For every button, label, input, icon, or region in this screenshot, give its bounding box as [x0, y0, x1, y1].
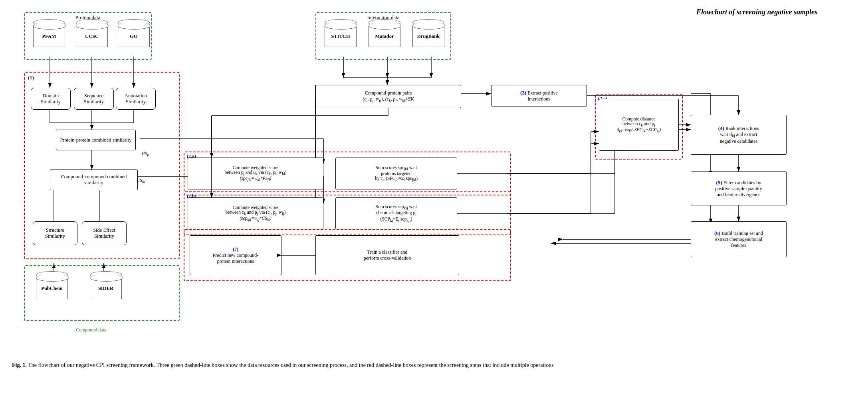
rank-interactions-box: (4) Rank interactions w.r.t dkj and extr…	[691, 115, 787, 155]
matador-cylinder: Matador	[369, 19, 400, 47]
compound-data-label: Compound data	[76, 327, 106, 333]
structure-similarity-label: Structure Similarity	[36, 227, 75, 239]
protein-protein-label: Protein-protein combined similarity	[60, 137, 131, 143]
caption: Fig. 1. The flowchart of our negative CP…	[12, 361, 771, 370]
rank-interactions-text: (4) Rank interactions w.r.t dkj and extr…	[718, 125, 759, 144]
go-cylinder: GO	[118, 19, 150, 47]
compute-distance-box: Compute distancebetween ck and pj dkj=ex…	[599, 99, 679, 151]
build-training-text: (6) Build training set and extract chemo…	[714, 230, 763, 248]
predict-new-text: (7) Predict new compound-protein interac…	[213, 246, 259, 264]
caption-bold: Fig. 1.	[12, 362, 27, 368]
flowchart-area: Protein data PFAM UCSC GO Interaction da…	[12, 8, 856, 355]
pfam-cylinder: PFAM	[33, 19, 65, 47]
compound-compound-label: Compound-compound combined similarity	[53, 174, 135, 186]
ucsc-cylinder-top	[76, 19, 108, 26]
pfam-cylinder-top	[33, 19, 65, 26]
train-classifier-text: Train a classifier andperform cross-vali…	[364, 249, 411, 261]
protein-protein-box: Protein-protein combined similarity	[56, 130, 136, 150]
drugbank-cylinder: DrugBank	[412, 19, 444, 47]
drugbank-top	[412, 19, 444, 26]
page-container: Flowchart of screening negative samples	[12, 8, 856, 370]
ps-jl-label: PSjl	[142, 151, 149, 157]
sider-cylinder: SIDER	[90, 271, 122, 299]
matador-top	[369, 19, 400, 26]
go-cylinder-top	[118, 19, 150, 26]
sum-2a-right-box: Sum scores spcjkl w.r.t proteins targete…	[335, 158, 457, 189]
side-effect-similarity-label: Side Effect Similarity	[85, 227, 124, 239]
train-classifier-box: Train a classifier andperform cross-vali…	[315, 235, 459, 275]
extract-positive-text: (3) Extract positiveinteractions	[520, 90, 558, 102]
sum-2b-right-box: Sum scores scpkij w.r.t chemicals target…	[335, 197, 457, 229]
compute-2a-left-text: Compute weighted score between pj and ck…	[225, 165, 287, 182]
cs-ik-label: CSik	[137, 177, 145, 184]
compute-distance-text: Compute distancebetween ck and pj dkj=ex…	[617, 116, 661, 134]
sum-2b-right-text: Sum scores scpkij w.r.t chemicals target…	[376, 204, 417, 223]
compute-2a-left-box: Compute weighted score between pj and ck…	[188, 158, 323, 189]
compute-2b-left-box: Compute weighted score between ck and pj…	[188, 197, 323, 229]
pubchem-cylinder: PubChem	[36, 271, 68, 299]
ucsc-cylinder: UCSC	[76, 19, 108, 47]
structure-similarity-box: Structure Similarity	[33, 221, 77, 245]
pubchem-top	[36, 271, 68, 278]
extract-positive-box: (3) Extract positiveinteractions	[491, 85, 587, 106]
caption-text: The flowchart of our negative CPI screen…	[27, 362, 554, 368]
compound-compound-box: Compound-compound combined similarity	[50, 170, 138, 190]
compound-protein-pairs-text: Compound-protein pairs (ci, pj, wij), (c…	[363, 90, 414, 102]
sum-2a-right-text: Sum scores spcjkl w.r.t proteins targete…	[375, 165, 418, 182]
filter-candidates-text: (5) Filter candidates by positive sample…	[715, 179, 762, 198]
stitch-top	[325, 19, 357, 26]
filter-candidates-box: (5) Filter candidates by positive sample…	[691, 171, 787, 205]
build-training-box: (6) Build training set and extract chemo…	[691, 221, 787, 257]
step1-label: (1)	[28, 75, 34, 81]
sider-top	[90, 271, 122, 278]
compound-protein-pairs-box: Compound-protein pairs (ci, pj, wij), (c…	[315, 85, 461, 108]
stitch-cylinder: STITCH	[325, 19, 357, 47]
side-effect-similarity-box: Side Effect Similarity	[82, 221, 127, 245]
compute-2b-left-text: Compute weighted score between ck and pj…	[226, 205, 286, 222]
predict-new-box: (7) Predict new compound-protein interac…	[190, 235, 281, 275]
